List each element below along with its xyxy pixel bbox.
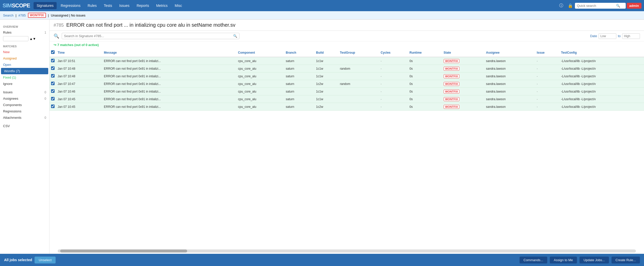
sidebar-item-components[interactable]: Components <box>0 102 49 108</box>
logo-scope: SCOPE <box>12 2 30 9</box>
search-input-wrap[interactable]: 🔍 <box>62 33 239 39</box>
filter-chevron-icon[interactable]: ▲▼ <box>29 37 36 41</box>
lock-icon[interactable]: 🔒 <box>567 2 574 9</box>
sidebar-item-ignore[interactable]: Ignore <box>0 81 49 87</box>
breadcrumb-search[interactable]: Search <box>3 13 13 17</box>
row-cycles: · <box>379 57 408 65</box>
sidebar-item-fixed[interactable]: Fixed (1) <box>0 74 49 81</box>
search-bar: 🔍 🔍 Date to <box>50 31 644 41</box>
nav-signatures[interactable]: Signatures <box>34 2 57 9</box>
sidebar-item-wontfix[interactable]: Wontfix (7) <box>1 68 48 74</box>
row-component: cpu_core_alu <box>236 88 284 95</box>
row-message: ERROR can not find port 0x91 in intializ… <box>102 57 236 65</box>
row-checkbox[interactable] <box>51 89 55 93</box>
row-checkbox[interactable] <box>51 74 55 78</box>
content-area: #785 ERROR can not find port ... in inti… <box>50 20 644 254</box>
nav-regressions[interactable]: Regressions <box>58 2 84 9</box>
nav-tests[interactable]: Tests <box>101 2 115 9</box>
nav-misc[interactable]: Misc <box>172 2 185 9</box>
signature-header: #785 ERROR can not find port ... in inti… <box>50 20 644 31</box>
row-checkbox-cell[interactable] <box>50 88 56 95</box>
row-checkbox[interactable] <box>51 59 55 62</box>
select-all-checkbox[interactable] <box>51 50 55 54</box>
search-box-top[interactable]: 🔍 <box>575 3 626 9</box>
breadcrumb-separator: | <box>15 13 16 17</box>
row-message: ERROR can not find port 0x91 in intializ… <box>102 88 236 95</box>
date-high-input[interactable] <box>622 33 640 39</box>
sidebar-item-assignees[interactable]: Assignees 0 <box>0 95 49 102</box>
row-time: Jan 07 10:48 <box>56 72 102 80</box>
th-runtime: Runtime <box>408 48 442 57</box>
sidebar-item-csv[interactable]: CSV <box>0 123 49 129</box>
row-cycles: · <box>379 103 408 111</box>
matches-section-label: MATCHES <box>0 44 49 49</box>
state-badge: WONTFIX <box>444 90 460 94</box>
signature-title-row: #785 ERROR can not find port ... in inti… <box>54 22 640 28</box>
date-low-input[interactable] <box>599 33 616 39</box>
breadcrumb-id[interactable]: #785 <box>19 13 26 17</box>
sidebar: OVERVIEW Rules 1 ▲▼ MATCHES New Assigned… <box>0 20 50 254</box>
state-badge: WONTFIX <box>444 105 460 109</box>
sidebar-attachments-count: 0 <box>44 116 46 120</box>
row-checkbox-cell[interactable] <box>50 65 56 72</box>
row-issue: · <box>535 65 559 72</box>
sidebar-item-assigned[interactable]: Assigned <box>0 55 49 62</box>
breadcrumb: Search | #785 WONTFIX | Unassigned | No … <box>0 11 644 20</box>
nav-metrics[interactable]: Metrics <box>153 2 171 9</box>
sidebar-item-new[interactable]: New <box>0 49 49 55</box>
sidebar-item-issues[interactable]: Issues 0 <box>0 89 49 95</box>
row-checkbox[interactable] <box>51 97 55 100</box>
filter-input[interactable] <box>3 36 28 41</box>
nav-issues[interactable]: Issues <box>116 2 132 9</box>
row-issue: · <box>535 103 559 111</box>
sidebar-item-regressions[interactable]: Regressions <box>0 108 49 114</box>
row-time: Jan 07 10:48 <box>56 65 102 72</box>
row-assignee: sandra.lawson <box>485 57 535 65</box>
row-runtime: 0s <box>408 103 442 111</box>
breadcrumb-status: Unassigned | No issues <box>51 13 85 17</box>
row-component: cpu_core_alu <box>236 57 284 65</box>
row-checkbox-cell[interactable] <box>50 57 56 65</box>
signature-search-input[interactable] <box>64 34 233 38</box>
row-checkbox[interactable] <box>51 66 55 70</box>
sidebar-item-attachments[interactable]: Attachments 0 <box>0 114 49 121</box>
row-component: cpu_core_alu <box>236 72 284 80</box>
row-cycles: · <box>379 65 408 72</box>
sidebar-csv-label: CSV <box>3 124 10 128</box>
table-wrap[interactable]: Time Message Component Branch Build Test… <box>50 48 644 248</box>
state-badge: WONTFIX <box>444 74 460 78</box>
row-testgroup: random <box>339 65 379 72</box>
sidebar-rules-count: 1 <box>44 31 46 34</box>
top-nav: SIMSCOPE Signatures Regressions Rules Te… <box>0 0 644 11</box>
row-state: WONTFIX <box>442 80 485 88</box>
row-checkbox-cell[interactable] <box>50 103 56 111</box>
row-build: 1c2w <box>315 80 339 88</box>
row-testconfig: -L/usr/local/lib -L/project/v <box>559 103 644 111</box>
matches-table: Time Message Component Branch Build Test… <box>50 48 644 111</box>
sidebar-wontfix-label: Wontfix (7) <box>4 69 20 73</box>
sidebar-regressions-label: Regressions <box>3 109 21 113</box>
row-cycles: · <box>379 88 408 95</box>
nav-rules[interactable]: Rules <box>85 2 100 9</box>
row-checkbox-cell[interactable] <box>50 80 56 88</box>
horizontal-scrollbar[interactable] <box>58 249 636 253</box>
row-branch: saturn <box>284 88 314 95</box>
nav-reports[interactable]: Reports <box>134 2 152 9</box>
help-icon[interactable]: ⓘ <box>558 2 564 9</box>
row-state: WONTFIX <box>442 88 485 95</box>
signature-number: #785 <box>54 23 64 28</box>
row-checkbox[interactable] <box>51 105 55 108</box>
row-checkbox[interactable] <box>51 82 55 85</box>
row-checkbox-cell[interactable] <box>50 72 56 80</box>
breadcrumb-separator2: | <box>48 13 49 17</box>
sidebar-item-open[interactable]: Open <box>0 62 49 68</box>
scrollbar-thumb[interactable] <box>60 249 187 253</box>
row-component: cpu_core_alu <box>236 95 284 103</box>
row-checkbox-cell[interactable] <box>50 95 56 103</box>
row-branch: saturn <box>284 103 314 111</box>
th-checkbox[interactable] <box>50 48 56 57</box>
row-assignee: sandra.lawson <box>485 72 535 80</box>
sidebar-item-rules[interactable]: Rules 1 <box>0 29 49 36</box>
search-green-icon[interactable]: 🔍 <box>54 33 59 39</box>
quick-search-input[interactable] <box>577 4 615 8</box>
